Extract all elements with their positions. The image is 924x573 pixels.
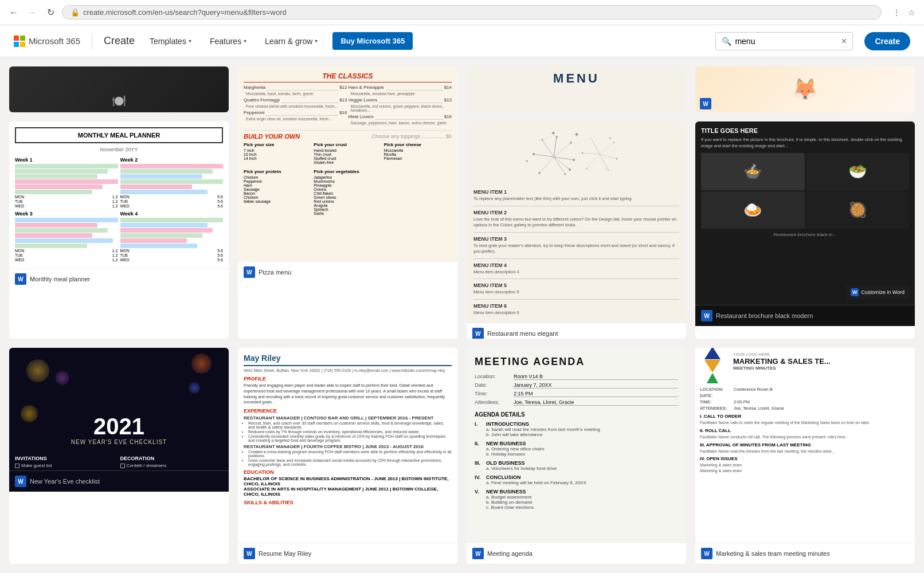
card-title-meal: Monthly meal planner bbox=[30, 276, 223, 282]
forward-button[interactable]: → bbox=[25, 6, 39, 19]
resume-contact: 4842 Main Street, Buffalo, New York 1000… bbox=[244, 368, 452, 372]
brochure-title: TITLE GOES HERE bbox=[695, 121, 915, 136]
invitations-label: INVITATIONS bbox=[15, 456, 118, 461]
nav-features-label: Features bbox=[210, 37, 241, 46]
search-clear-icon[interactable]: × bbox=[841, 36, 847, 46]
card-marketing[interactable]: YOUR LOGO HERE MARKETING & SALES TE... M… bbox=[695, 348, 915, 564]
card-new-year[interactable]: 2021 NEW YEAR'S EVE CHECKLIST INVITATION… bbox=[9, 348, 229, 564]
nav-templates[interactable]: Templates ▾ bbox=[146, 34, 195, 48]
lock-icon: 🔒 bbox=[71, 8, 80, 17]
bokeh-5 bbox=[21, 405, 38, 422]
chevron-down-icon: ▾ bbox=[315, 38, 318, 44]
marketing-title: MARKETING & SALES TE... bbox=[733, 358, 911, 366]
agenda-item-1: I. INTRODUCTIONS a. Sarah will read the … bbox=[475, 421, 678, 437]
svg-point-12 bbox=[533, 153, 535, 155]
content-grid: 🍽️ W MONTHLY MEAL PLANNER November 20YY … bbox=[0, 57, 924, 573]
svg-point-26 bbox=[586, 168, 588, 170]
svg-point-27 bbox=[581, 152, 583, 154]
app-name-label: Microsoft 365 bbox=[29, 36, 80, 46]
ms-red-square bbox=[14, 36, 19, 41]
svg-point-14 bbox=[555, 136, 558, 138]
agenda-title: MEETING AGENDA bbox=[475, 356, 678, 368]
agenda-item-4: IV. CONCLUSION a. Final meeting will be … bbox=[475, 474, 678, 485]
svg-point-24 bbox=[616, 158, 617, 160]
card-title-pizza: Pizza menu bbox=[259, 269, 452, 276]
svg-text:✦: ✦ bbox=[525, 159, 529, 164]
ms-yellow-square bbox=[20, 42, 25, 47]
card-brochure[interactable]: TITLE GOES HERE If you want to replace t… bbox=[695, 121, 915, 339]
svg-line-22 bbox=[591, 138, 600, 154]
brochure-preview: TITLE GOES HERE If you want to replace t… bbox=[695, 121, 915, 305]
agenda-item-3: III. OLD BUSINESS a. Volunteers for holi… bbox=[475, 460, 678, 471]
svg-point-13 bbox=[541, 139, 543, 141]
word-badge-dec: W bbox=[700, 98, 711, 109]
customize-badge[interactable]: W Customize in Word bbox=[846, 285, 909, 299]
svg-line-4 bbox=[534, 154, 554, 157]
nav-templates-label: Templates bbox=[150, 37, 186, 46]
streamers-item: Confetti / streamers bbox=[120, 463, 224, 468]
card-footer-rest: W Restaurant menu elegant bbox=[467, 323, 686, 339]
svg-text:✦: ✦ bbox=[608, 136, 612, 141]
svg-point-15 bbox=[569, 168, 571, 171]
create-button[interactable]: Create bbox=[864, 32, 910, 50]
card-title-brochure: Restaurant brochure black modern bbox=[716, 312, 909, 319]
svg-text:✦: ✦ bbox=[551, 130, 555, 136]
address-bar[interactable]: 🔒 create.microsoft.com/en-us/search?quer… bbox=[62, 5, 882, 19]
resume-name: May Riley bbox=[244, 354, 452, 366]
svg-line-6 bbox=[554, 137, 557, 157]
word-badge-brochure: W bbox=[701, 310, 712, 321]
rest-menu-top-preview: MENU bbox=[467, 66, 686, 112]
microsoft-logo: Microsoft 365 bbox=[14, 36, 80, 47]
marketing-logo bbox=[695, 348, 730, 382]
decoration-label: DECORATION bbox=[120, 456, 224, 461]
nav-features[interactable]: Features ▾ bbox=[206, 34, 250, 48]
card-pizza[interactable]: THE CLASSICS Margherita $12 Mozzarella, … bbox=[238, 66, 457, 339]
word-icon-customize: W bbox=[851, 288, 859, 296]
svg-line-20 bbox=[587, 154, 600, 168]
word-badge-meal: W bbox=[15, 273, 26, 285]
back-button[interactable]: ← bbox=[7, 6, 21, 19]
extensions-icon[interactable]: ⋮ bbox=[891, 7, 902, 18]
card-title-rest: Restaurant menu elegant bbox=[487, 330, 680, 337]
meal-title: MONTHLY MEAL PLANNER bbox=[15, 127, 223, 143]
card-footer-resume: W Resume May Riley bbox=[238, 543, 457, 564]
svg-line-21 bbox=[582, 153, 600, 154]
nav-learn-label: Learn & grow bbox=[265, 37, 312, 46]
nav-learn[interactable]: Learn & grow ▾ bbox=[261, 34, 321, 48]
card-meal-planner[interactable]: MONTHLY MEAL PLANNER November 20YY Week … bbox=[9, 121, 229, 339]
ny-checklist-area: INVITATIONS Make guest list DECORATION C… bbox=[9, 451, 229, 470]
customize-label: Customize in Word bbox=[861, 289, 905, 295]
bokeh-3 bbox=[191, 354, 212, 374]
svg-line-2 bbox=[554, 157, 565, 174]
card-meeting-agenda[interactable]: MEETING AGENDA Location: Room V14 B Date… bbox=[467, 348, 686, 564]
buy-button[interactable]: Buy Microsoft 365 bbox=[332, 32, 413, 50]
search-input[interactable] bbox=[735, 37, 838, 46]
make-guest-list: Make guest list bbox=[15, 463, 118, 468]
agenda-item-2: II. NEW BUSINESS a. Ordering new office … bbox=[475, 441, 678, 457]
refresh-button[interactable]: ↻ bbox=[44, 6, 57, 19]
meal-weeks-grid: Week 1 MON1.2 TUE1.2 WED1.2 Week 2 bbox=[15, 157, 223, 262]
triangle-blue-up bbox=[704, 348, 721, 359]
svg-line-0 bbox=[554, 143, 571, 157]
brochure-food-grid: 🍲 🥗 🍛 🥘 bbox=[701, 153, 909, 229]
card-chalkboard[interactable]: 🍽️ W bbox=[9, 66, 229, 112]
card-resume[interactable]: May Riley 4842 Main Street, Buffalo, New… bbox=[238, 348, 457, 564]
card-rest-menu-top[interactable]: MENU bbox=[467, 66, 686, 112]
ms-squares bbox=[14, 36, 25, 47]
word-badge-pizza: W bbox=[244, 266, 255, 278]
pizza-preview: THE CLASSICS Margherita $12 Mozzarella, … bbox=[238, 66, 457, 261]
card-footer-brochure: W Restaurant brochure black modern bbox=[695, 305, 915, 326]
ny-subtitle: NEW YEAR'S EVE CHECKLIST bbox=[71, 439, 167, 445]
bokeh-4 bbox=[189, 382, 200, 394]
meal-week-1: Week 1 MON1.2 TUE1.2 WED1.2 bbox=[15, 157, 118, 209]
svg-point-9 bbox=[573, 159, 575, 161]
card-title-resume: Resume May Riley bbox=[259, 550, 452, 557]
meal-week-3: Week 3 MON1.2 TUE1.2 WED1.2 bbox=[15, 211, 118, 262]
card-decorative[interactable]: 🦊 W bbox=[695, 66, 915, 112]
card-rest-menu[interactable]: ✦ bbox=[467, 121, 686, 339]
svg-point-10 bbox=[564, 173, 566, 175]
bookmark-icon[interactable]: ☆ bbox=[906, 7, 917, 18]
card-title-ny: New Year's Eve checklist bbox=[30, 478, 223, 485]
rest-menu-preview: ✦ bbox=[467, 121, 686, 323]
agenda-preview: MEETING AGENDA Location: Room V14 B Date… bbox=[467, 348, 686, 543]
